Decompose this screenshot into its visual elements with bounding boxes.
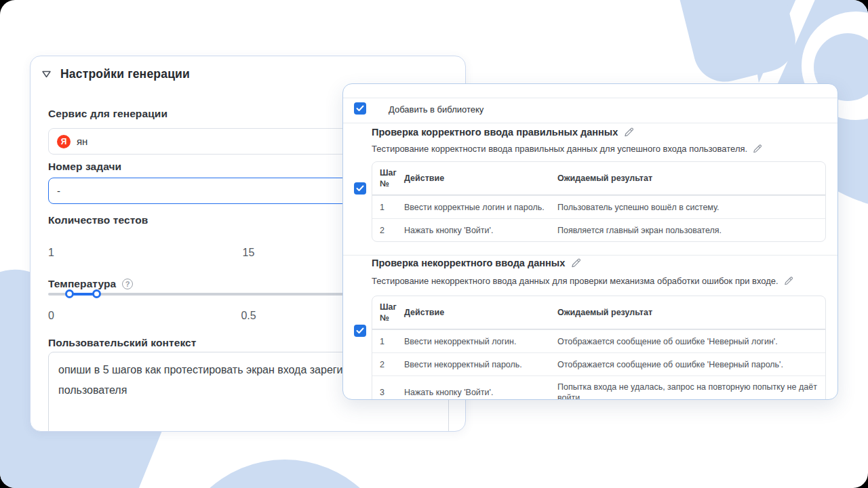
test-case-description: Тестирование корректности ввода правильн… — [372, 144, 762, 154]
test-case-title: Проверка корректного ввода правильных да… — [372, 127, 633, 138]
add-to-library-checkbox[interactable] — [354, 102, 366, 115]
step-action: Ввести некорректный пароль. — [404, 354, 557, 375]
tests-count-label: Количество тестов — [48, 214, 148, 226]
action-column-header: Действие — [404, 167, 557, 189]
step-action: Нажать кнопку 'Войти'. — [404, 382, 557, 400]
tests-slider-handle-left[interactable] — [65, 289, 74, 298]
edit-description-icon[interactable] — [784, 277, 793, 285]
app-canvas: Настройки генерации Сервис для генерации… — [0, 0, 868, 488]
edit-title-icon[interactable] — [571, 258, 580, 268]
service-select-value: ян — [77, 136, 87, 147]
step-number: 2 — [372, 220, 404, 241]
checkmark-icon — [356, 105, 364, 112]
step-expected: Отображается сообщение об ошибке 'Неверн… — [557, 331, 825, 352]
step-action: Ввести корректные логин и пароль. — [404, 197, 557, 218]
add-to-library-label: Добавить в библиотеку — [389, 104, 484, 115]
step-action: Нажать кнопку 'Войти'. — [404, 220, 557, 241]
table-row: 1 Ввести корректные логин и пароль. Поль… — [372, 195, 825, 218]
step-number: 1 — [372, 331, 404, 352]
test-case-2-checkbox[interactable] — [354, 325, 366, 337]
step-expected: Пользователь успешно вошёл в систему. — [557, 197, 825, 218]
step-action: Ввести некорректный логин. — [404, 331, 557, 352]
divider — [343, 98, 837, 98]
table-row: 2 Ввести некорректный пароль. Отображает… — [372, 352, 825, 375]
test-case-description-text: Тестирование корректности ввода правильн… — [372, 144, 747, 154]
service-label: Сервис для генерации — [48, 108, 167, 120]
table-row: 3 Нажать кнопку 'Войти'. Попытка входа н… — [372, 375, 825, 400]
user-context-label: Пользовательский контекст — [48, 337, 197, 349]
test-case-2-steps-table: Шаг № Действие Ожидаемый результат 1 Вве… — [372, 296, 826, 400]
table-header-row: Шаг № Действие Ожидаемый результат — [372, 162, 825, 195]
checkmark-icon — [356, 185, 364, 192]
step-expected: Попытка входа не удалась, запрос на повт… — [557, 376, 825, 400]
collapse-triangle-icon[interactable] — [41, 70, 52, 79]
expected-column-header: Ожидаемый результат — [557, 302, 825, 323]
expected-column-header: Ожидаемый результат — [557, 167, 825, 189]
divider — [343, 123, 837, 123]
temperature-label: Температура — [48, 278, 116, 290]
action-column-header: Действие — [404, 302, 557, 323]
test-case-1-steps-table: Шаг № Действие Ожидаемый результат 1 Вве… — [372, 161, 826, 242]
test-case-title-text: Проверка корректного ввода правильных да… — [372, 127, 618, 138]
test-case-description: Тестирование некорректного ввода данных … — [372, 276, 793, 286]
step-expected: Появляется главный экран пользователя. — [557, 220, 825, 241]
test-case-title-text: Проверка некорректного ввода данных — [372, 258, 565, 268]
yandex-icon: Я — [57, 135, 71, 148]
table-row: 1 Ввести некорректный логин. Отображаетс… — [372, 329, 825, 352]
step-column-header: Шаг № — [372, 296, 404, 329]
test-case-description-text: Тестирование некорректного ввода данных … — [372, 276, 778, 286]
checkmark-icon — [356, 327, 364, 334]
test-cases-panel: Добавить в библиотеку Проверка корректно… — [342, 83, 838, 400]
table-row: 2 Нажать кнопку 'Войти'. Появляется глав… — [372, 218, 825, 241]
step-number: 2 — [372, 354, 404, 375]
step-column-header: Шаг № — [372, 162, 404, 195]
step-number: 1 — [372, 197, 404, 218]
test-case-1-checkbox[interactable] — [354, 182, 366, 195]
table-header-row: Шаг № Действие Ожидаемый результат — [372, 296, 825, 329]
edit-description-icon[interactable] — [753, 144, 762, 153]
edit-title-icon[interactable] — [624, 127, 633, 137]
step-number: 3 — [372, 382, 404, 400]
help-icon[interactable]: ? — [122, 279, 133, 289]
divider — [343, 255, 837, 256]
test-case-title: Проверка некорректного ввода данных — [372, 258, 580, 268]
step-expected: Отображается сообщение об ошибке 'Неверн… — [557, 354, 825, 375]
tests-slider-handle-right[interactable] — [92, 289, 101, 298]
settings-panel-title: Настройки генерации — [60, 67, 190, 81]
task-number-label: Номер задачи — [48, 161, 121, 173]
